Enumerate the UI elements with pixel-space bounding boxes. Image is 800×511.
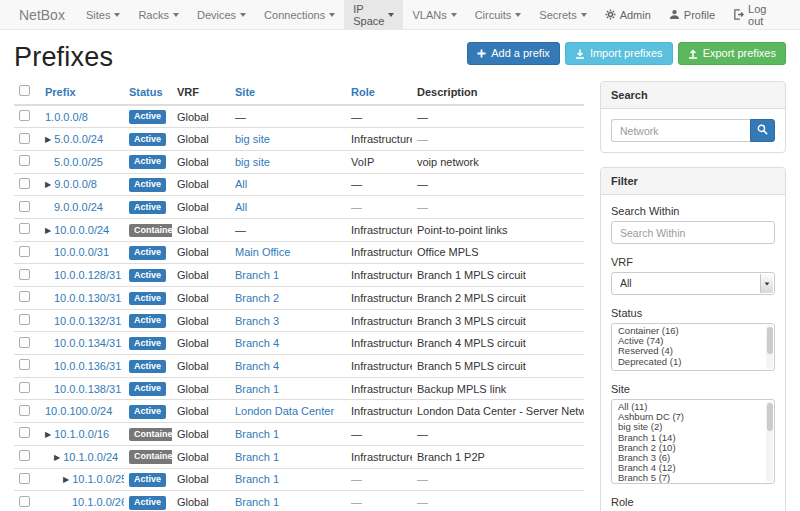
prefix-link[interactable]: 9.0.0.0/8 [54, 178, 97, 190]
nav-item-circuits[interactable]: Circuits [466, 0, 531, 29]
admin-link[interactable]: Admin [596, 0, 660, 29]
prefix-link[interactable]: 9.0.0.0/24 [54, 201, 103, 213]
prefix-link[interactable]: 10.0.0.136/31 [54, 360, 121, 372]
row-checkbox[interactable] [19, 201, 30, 212]
column-header-site[interactable]: Site [235, 86, 255, 98]
row-checkbox[interactable] [19, 450, 30, 461]
row-checkbox[interactable] [19, 133, 30, 144]
prefix-link[interactable]: 10.1.0.0/16 [54, 428, 109, 440]
table-row: ▶10.1.0.0/25ActiveGlobalBranch 1—— [14, 468, 584, 491]
select-all-checkbox[interactable] [19, 85, 30, 96]
prefix-link[interactable]: 1.0.0.0/8 [45, 111, 88, 123]
nav-item-secrets[interactable]: Secrets [530, 0, 595, 29]
row-checkbox[interactable] [19, 359, 30, 370]
vrf-cell: Global [172, 332, 230, 355]
prefix-link[interactable]: 5.0.0.0/24 [54, 133, 103, 145]
site-link[interactable]: Branch 1 [235, 451, 279, 463]
row-checkbox[interactable] [19, 427, 30, 438]
description-cell: Branch 5 MPLS circuit [417, 360, 526, 372]
column-header-role[interactable]: Role [351, 86, 375, 98]
search-within-input[interactable] [611, 221, 775, 244]
export-prefixes-button[interactable]: Export prefixes [678, 42, 786, 65]
status-badge: Active [129, 337, 166, 351]
row-checkbox[interactable] [19, 110, 30, 121]
vrf-cell: Global [172, 196, 230, 219]
prefix-link[interactable]: 10.0.0.0/24 [54, 224, 109, 236]
row-checkbox[interactable] [19, 496, 30, 507]
site-scrollbar-thumb[interactable] [767, 403, 773, 431]
row-checkbox[interactable] [19, 178, 30, 189]
prefix-link[interactable]: 10.0.0.128/31 [54, 269, 121, 281]
filter-panel-title: Filter [601, 168, 785, 195]
import-prefixes-button[interactable]: Import prefixes [565, 42, 673, 65]
site-link[interactable]: Branch 1 [235, 383, 279, 395]
prefix-link[interactable]: 10.1.0.0/25 [72, 473, 124, 485]
row-checkbox[interactable] [19, 269, 30, 280]
row-checkbox[interactable] [19, 473, 30, 484]
table-row: 10.0.0.132/31ActiveGlobalBranch 3Infrast… [14, 309, 584, 332]
nav-item-ip-space[interactable]: IP Space [344, 0, 403, 29]
chevron-down-icon [515, 13, 521, 17]
prefix-link[interactable]: 10.0.100.0/24 [45, 405, 112, 417]
vrf-select[interactable]: All [611, 272, 775, 295]
site-link[interactable]: All [235, 178, 247, 190]
row-checkbox[interactable] [19, 155, 30, 166]
status-option[interactable]: Deprecated (1) [618, 357, 764, 367]
row-checkbox[interactable] [19, 291, 30, 302]
export-icon [688, 49, 698, 59]
site-link[interactable]: Main Office [235, 246, 290, 258]
site-link[interactable]: London Data Center [235, 405, 334, 417]
logout-link[interactable]: Log out [724, 0, 788, 29]
nav-item-sites[interactable]: Sites [77, 0, 129, 29]
prefix-link[interactable]: 10.1.0.0/24 [63, 451, 118, 463]
nav-item-vlans[interactable]: VLANs [403, 0, 465, 29]
prefix-link[interactable]: 10.0.0.132/31 [54, 315, 121, 327]
site-link[interactable]: Branch 1 [235, 428, 279, 440]
table-row: ▶9.0.0.0/8ActiveGlobalAll—— [14, 173, 584, 196]
site-link[interactable]: big site [235, 156, 270, 168]
column-header-status[interactable]: Status [129, 86, 163, 98]
site-link[interactable]: All [235, 201, 247, 213]
nav-item-label: Circuits [475, 9, 512, 21]
row-checkbox[interactable] [19, 337, 30, 348]
search-input[interactable] [611, 119, 750, 142]
profile-link[interactable]: Profile [660, 0, 724, 29]
status-badge: Active [129, 473, 166, 487]
prefix-link[interactable]: 10.0.0.134/31 [54, 337, 121, 349]
nav-item-devices[interactable]: Devices [188, 0, 255, 29]
site-link[interactable]: Branch 1 [235, 496, 279, 508]
nav-item-connections[interactable]: Connections [255, 0, 344, 29]
row-checkbox[interactable] [19, 246, 30, 257]
site-link[interactable]: Branch 4 [235, 360, 279, 372]
row-checkbox[interactable] [19, 405, 30, 416]
table-row: 10.1.0.0/26ActiveGlobalBranch 1—— [14, 491, 584, 511]
prefix-link[interactable]: 5.0.0.0/25 [54, 156, 103, 168]
netbox-brand[interactable]: NetBox [0, 0, 77, 29]
add-prefix-button[interactable]: Add a prefix [467, 42, 560, 65]
search-button[interactable] [750, 119, 775, 142]
role-cell: Infrastructure [351, 383, 412, 395]
expand-caret-icon: ▶ [63, 475, 69, 484]
site-link[interactable]: Branch 2 [235, 292, 279, 304]
site-link[interactable]: Branch 3 [235, 315, 279, 327]
nav-item-racks[interactable]: Racks [129, 0, 188, 29]
prefix-link[interactable]: 10.0.0.138/31 [54, 383, 121, 395]
column-header-prefix[interactable]: Prefix [45, 86, 76, 98]
status-badge: Active [129, 110, 166, 124]
chevron-down-icon [760, 274, 773, 293]
site-link[interactable]: Branch 1 [235, 269, 279, 281]
row-checkbox[interactable] [19, 223, 30, 234]
status-badge: Active [129, 201, 166, 215]
prefix-link[interactable]: 10.0.0.0/31 [54, 246, 109, 258]
prefix-link[interactable]: 10.1.0.0/26 [72, 496, 124, 508]
row-checkbox[interactable] [19, 314, 30, 325]
site-link[interactable]: Branch 1 [235, 473, 279, 485]
site-link[interactable]: Branch 4 [235, 337, 279, 349]
nav-item-label: Racks [138, 9, 169, 21]
role-cell: Infrastructure [351, 269, 412, 281]
vrf-cell: Global [172, 355, 230, 378]
site-link[interactable]: big site [235, 133, 270, 145]
prefix-link[interactable]: 10.0.0.130/31 [54, 292, 121, 304]
status-scrollbar-thumb[interactable] [767, 327, 773, 354]
row-checkbox[interactable] [19, 382, 30, 393]
